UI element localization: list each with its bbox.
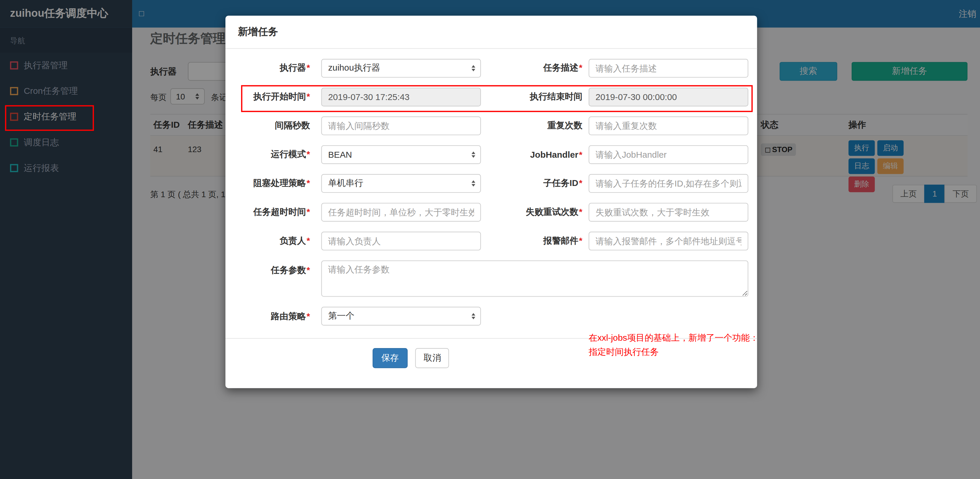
jobhandler-input[interactable]: [589, 145, 748, 164]
retry-count-label: 失败重试次数*: [481, 207, 582, 218]
select-arrows-icon: [471, 180, 480, 186]
task-desc-input[interactable]: [589, 59, 748, 78]
block-strategy-label: 阻塞处理策略*: [226, 178, 310, 189]
select-value: 单机串行: [328, 178, 363, 189]
save-button[interactable]: 保存: [372, 348, 407, 368]
block-strategy-select[interactable]: 单机串行: [321, 174, 481, 193]
interval-label: 间隔秒数: [226, 120, 310, 132]
start-time-input[interactable]: [321, 88, 481, 107]
timeout-input[interactable]: [321, 203, 481, 221]
alarm-email-input[interactable]: [589, 232, 748, 250]
owner-input[interactable]: [321, 232, 481, 250]
child-task-label: 子任务ID*: [481, 178, 582, 189]
feature-note-line2: 指定时间执行任务: [589, 345, 776, 359]
modal-title: 新增任务: [238, 25, 745, 38]
jobhandler-label: JobHandler*: [481, 150, 582, 160]
executor-label: 执行器*: [226, 63, 310, 74]
select-arrows-icon: [471, 313, 480, 319]
child-task-input[interactable]: [589, 174, 748, 193]
add-task-modal: 新增任务 执行器* zuihou执行器 任务描述* 执行开始时间* 执行结束时间…: [226, 16, 757, 388]
select-value: 第一个: [328, 310, 354, 321]
run-mode-select[interactable]: BEAN: [321, 145, 481, 164]
route-strategy-label: 路由策略*: [226, 307, 310, 326]
interval-input[interactable]: [321, 116, 481, 135]
run-mode-label: 运行模式*: [226, 149, 310, 160]
start-time-label: 执行开始时间*: [226, 92, 310, 103]
feature-note: 在xxl-jobs项目的基础上，新增了一个功能： 指定时间执行任务: [589, 330, 776, 359]
timeout-label: 任务超时时间*: [226, 207, 310, 218]
repeat-count-input[interactable]: [589, 116, 748, 135]
feature-note-line1: 在xxl-jobs项目的基础上，新增了一个功能：: [589, 330, 776, 345]
task-desc-label: 任务描述*: [481, 63, 582, 74]
app-root: zuihou任务调度中心 □ 注销 导航 执行器管理 Cron任务管理 定时任务…: [0, 0, 980, 479]
select-arrows-icon: [471, 65, 480, 71]
end-time-input[interactable]: [589, 88, 748, 107]
modal-header: 新增任务: [226, 16, 757, 49]
retry-count-input[interactable]: [589, 203, 748, 221]
owner-label: 负责人*: [226, 236, 310, 247]
select-value: BEAN: [328, 150, 352, 160]
end-time-label: 执行结束时间: [481, 92, 582, 103]
cancel-button[interactable]: 取消: [415, 348, 449, 368]
task-params-label: 任务参数*: [226, 260, 310, 279]
route-strategy-select[interactable]: 第一个: [321, 307, 481, 326]
executor-select[interactable]: zuihou执行器: [321, 59, 481, 78]
task-params-textarea[interactable]: [321, 260, 748, 297]
alarm-email-label: 报警邮件*: [481, 236, 582, 247]
select-value: zuihou执行器: [328, 63, 380, 74]
modal-body: 执行器* zuihou执行器 任务描述* 执行开始时间* 执行结束时间 间隔秒数…: [226, 49, 757, 325]
select-arrows-icon: [471, 151, 480, 158]
repeat-count-label: 重复次数: [481, 120, 582, 132]
